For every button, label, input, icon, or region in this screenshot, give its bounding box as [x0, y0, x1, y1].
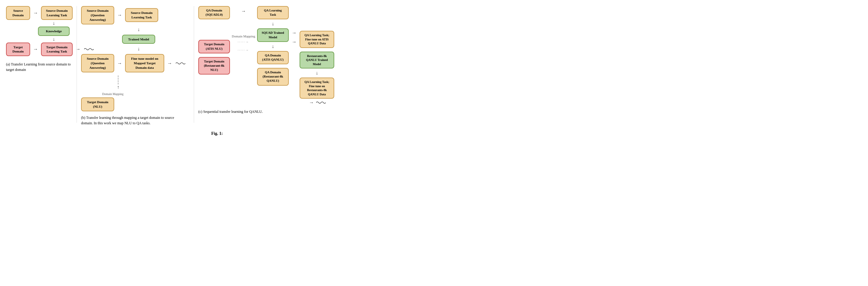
target-learning-task-box: Target Domain Learning Task: [41, 42, 73, 56]
c-qa-atis-box: QA Domain (ATIS QANLU): [257, 51, 289, 64]
b-source-learning-box: Source Domain Learning Task: [125, 8, 158, 22]
section-a-caption: (a) Transfer Learning from source domain…: [6, 61, 72, 73]
section-b-row2: Source Domain (Question Answering) → Fin…: [81, 54, 190, 73]
arrow-down-2: ↓: [53, 36, 55, 42]
c-target-restaurant-box: Target Domain (Restaurant-8k NLU): [198, 57, 230, 75]
c-qa-learning-restaurant-box: QA Learning Task; Fine tune on Restauran…: [300, 78, 334, 99]
target-domain-box: Target Domain: [6, 42, 30, 56]
b-source-qa-box: Source Domain (Question Answering): [81, 6, 114, 24]
b-arrow-wavy: →: [167, 61, 172, 66]
c-target-atis-box: Target Domain (ATIS NLU): [198, 40, 230, 53]
source-learning-task-box: Source Domain Learning Task: [41, 6, 73, 20]
b-trained-model-box: Trained Model: [122, 35, 155, 44]
c-arrow-down1: ↓: [272, 21, 274, 27]
c-arrow-down2: ↓: [272, 44, 274, 49]
fig-caption: Fig. 1:: [211, 131, 223, 136]
wavy-b: [176, 61, 185, 65]
section-a-diagram: Source Domain → Source Domain Learning T…: [6, 6, 72, 56]
fig-caption-text: Fig. 1:: [211, 131, 223, 136]
source-domain-box: Source Domain: [6, 6, 30, 20]
section-b-caption-text: (b) Transfer learning through mapping a …: [81, 116, 174, 125]
b-finetune-box: Fine tune model on Mapped Target Domain …: [125, 54, 164, 73]
wavy-c: [316, 101, 326, 105]
arrow-down-1: ↓: [53, 21, 55, 26]
section-a-caption-text: (a) Transfer Learning from source domain…: [6, 62, 71, 72]
arrow1: →: [33, 10, 38, 16]
b-target-nlu-box: Target Domain (NLU): [81, 97, 114, 111]
section-b: Source Domain (Question Answering) → Sou…: [81, 3, 190, 126]
b-arrow-down2: ↓: [137, 46, 140, 52]
c-arrow3: →: [292, 30, 297, 36]
main-container: Source Domain → Source Domain Learning T…: [0, 0, 434, 126]
c-arrow4: →: [292, 39, 297, 45]
arrow2: →: [33, 47, 38, 52]
c-qa-restaurant-box: QA Domain (Restaurant-8k QANLU): [257, 68, 289, 86]
c-qa-squad-box: QA Domain (SQUAD2.0): [198, 6, 230, 19]
knowledge-box: Knowledge: [38, 27, 70, 36]
b-arrow-down1: ↓: [137, 27, 140, 32]
section-a-row1: Source Domain → Source Domain Learning T…: [6, 6, 73, 20]
c-squad-trained-box: SQUAD Trained Model: [257, 28, 289, 41]
c-qa-learning-atis-box: QA Learning Task; Fine tune on ATIS QANL…: [300, 31, 334, 48]
b-arrow1: →: [117, 12, 122, 18]
dashed-arrow-b: [118, 76, 119, 84]
section-b-caption: (b) Transfer learning through mapping a …: [81, 115, 184, 126]
c-arrow-down3: ↓: [315, 70, 318, 76]
b-arrow2: →: [117, 61, 122, 66]
c-domain-mapping-label: Domain Mapping: [232, 34, 255, 38]
section-c: QA Domain (SQUAD2.0) Target Domain (ATIS…: [198, 3, 428, 126]
section-c-caption: (c) Sequential transfer learning for QAN…: [198, 109, 428, 114]
section-c-diagram: QA Domain (SQUAD2.0) Target Domain (ATIS…: [198, 6, 428, 105]
c-arrow1: →: [241, 8, 246, 14]
section-b-diagram: Source Domain (Question Answering) → Sou…: [81, 6, 190, 111]
b-domain-mapping-label: Domain Mapping: [102, 92, 124, 96]
c-restaurants-model-box: Restaurants-8k QANLU Trained Model: [300, 52, 334, 69]
section-b-row1: Source Domain (Question Answering) → Sou…: [81, 6, 190, 24]
c-qa-learning-task-box: QA Learning Task: [257, 6, 289, 19]
section-a-row2: Target Domain → Target Domain Learning T…: [6, 42, 94, 56]
section-c-caption-text: (c) Sequential transfer learning for QAN…: [198, 110, 263, 114]
section-a: Source Domain → Source Domain Learning T…: [6, 3, 72, 126]
c-arrow-wavy: →: [309, 100, 314, 105]
b-source-qa2-box: Source Domain (Question Answering): [81, 54, 114, 73]
wavy-a: [84, 47, 94, 51]
